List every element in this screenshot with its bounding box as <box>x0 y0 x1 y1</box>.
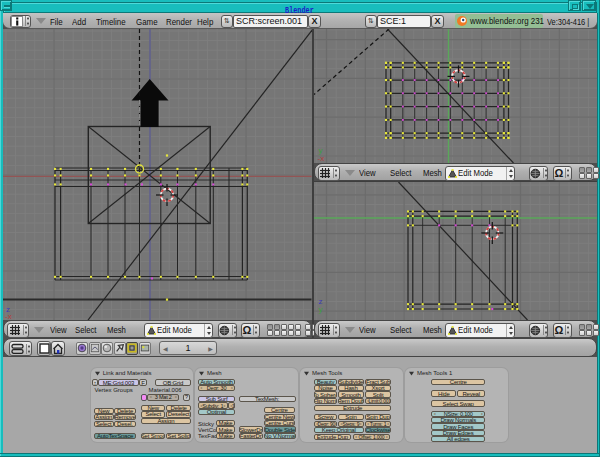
svg-text:y: y <box>318 305 322 314</box>
svg-text:-x: -x <box>317 154 324 163</box>
svg-text:-x: -x <box>5 312 12 320</box>
